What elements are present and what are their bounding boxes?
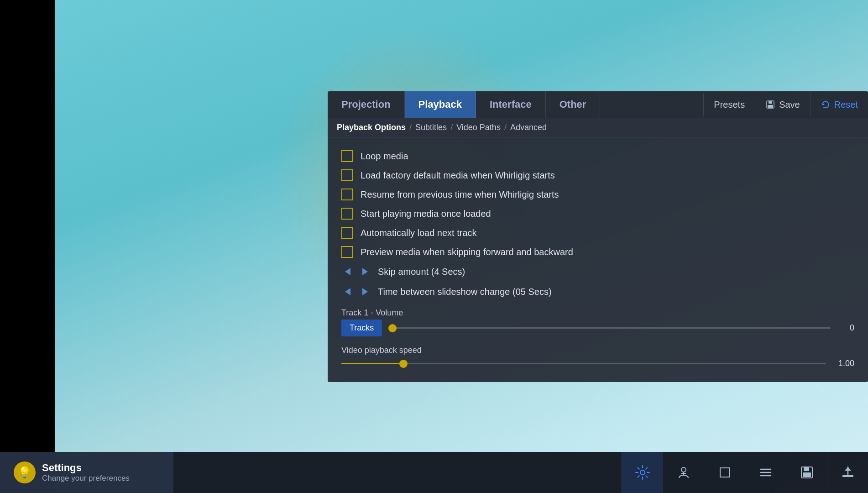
slideshow-label: Time between slideshow change (05 Secs)	[378, 287, 552, 297]
tab-playback[interactable]: Playback	[405, 91, 476, 118]
svg-marker-4	[345, 268, 350, 275]
toolbar-buttons: Presets Save Reset	[703, 91, 868, 118]
taskbar-export-button[interactable]	[827, 452, 868, 493]
reset-button[interactable]: Reset	[810, 93, 868, 116]
svg-marker-21	[845, 467, 851, 471]
speed-slider-row: 1.00	[341, 359, 854, 368]
svg-rect-19	[842, 475, 853, 477]
breadcrumb-subtitles[interactable]: Subtitles	[415, 123, 447, 132]
checkbox-resume-input[interactable]	[341, 189, 353, 200]
settings-title: Settings	[42, 462, 130, 474]
slideshow-decrement-button[interactable]	[341, 285, 354, 298]
speed-slider-fill	[341, 363, 399, 364]
person-icon	[675, 464, 692, 481]
checkbox-autoplay: Start playing media once loaded	[341, 204, 854, 223]
svg-rect-17	[804, 467, 809, 471]
slideshow-increment-button[interactable]	[359, 285, 371, 298]
checkbox-loop-input[interactable]	[341, 150, 353, 162]
taskbar-square-button[interactable]	[704, 452, 745, 493]
skip-decrement-button[interactable]	[341, 265, 354, 278]
speed-section: Video playback speed 1.00	[341, 346, 854, 368]
checkbox-autonext: Automatically load next track	[341, 223, 854, 242]
checkbox-autoplay-input[interactable]	[341, 208, 353, 220]
speed-value: 1.00	[831, 359, 854, 368]
tab-interface[interactable]: Interface	[476, 91, 546, 118]
save-button[interactable]: Save	[755, 93, 810, 116]
presets-label: Presets	[714, 100, 745, 110]
checkbox-factory-input[interactable]	[341, 169, 353, 181]
taskbar-save-button[interactable]	[786, 452, 827, 493]
gear-icon	[634, 464, 651, 481]
reset-icon	[821, 100, 831, 110]
volume-slider-track[interactable]	[388, 327, 831, 329]
volume-slider-thumb[interactable]	[388, 324, 397, 332]
checkbox-loop: Loop media	[341, 147, 854, 166]
checkbox-autonext-input[interactable]	[341, 227, 353, 239]
checkbox-autonext-label: Automatically load next track	[361, 228, 477, 238]
checkbox-resume-label: Resume from previous time when Whirligig…	[361, 189, 559, 200]
svg-rect-18	[803, 472, 811, 477]
speed-title: Video playback speed	[341, 346, 854, 355]
svg-marker-3	[822, 103, 825, 105]
svg-rect-2	[768, 105, 773, 108]
checkbox-autoplay-label: Start playing media once loaded	[361, 209, 491, 219]
svg-rect-12	[720, 468, 729, 477]
left-black-panel	[0, 0, 55, 493]
taskbar-gear-button[interactable]	[622, 452, 663, 493]
taskbar-icons	[622, 452, 868, 493]
speed-slider-track[interactable]	[341, 363, 826, 364]
checkbox-preview-label: Preview media when skipping forward and …	[361, 247, 573, 257]
svg-marker-5	[362, 268, 368, 275]
tracks-row: Tracks 0	[341, 320, 854, 336]
checkbox-factory-label: Load factory default media when Whirligi…	[361, 170, 555, 181]
settings-icon-circle: 💡	[14, 462, 36, 483]
settings-text-block: Settings Change your preferences	[42, 462, 130, 483]
menu-icon	[758, 464, 774, 481]
svg-point-9	[681, 467, 686, 472]
volume-slider-container: 0	[388, 323, 854, 333]
checkbox-factory: Load factory default media when Whirligi…	[341, 166, 854, 185]
settings-subtitle: Change your preferences	[42, 474, 130, 483]
settings-bulb-icon: 💡	[18, 466, 31, 479]
taskbar-menu-button[interactable]	[745, 452, 786, 493]
skip-increment-button[interactable]	[359, 265, 371, 278]
save-label: Save	[779, 100, 800, 110]
save-icon	[765, 100, 775, 110]
track-title: Track 1 - Volume	[341, 308, 854, 318]
breadcrumb-bar: Playback Options / Subtitles / Video Pat…	[328, 118, 868, 137]
checkbox-preview: Preview media when skipping forward and …	[341, 242, 854, 262]
presets-button[interactable]: Presets	[703, 93, 755, 116]
svg-marker-7	[362, 288, 368, 295]
breadcrumb-videopaths[interactable]: Video Paths	[456, 123, 501, 132]
checkbox-preview-input[interactable]	[341, 246, 353, 258]
skip-label: Skip amount (4 Secs)	[378, 267, 465, 277]
speed-slider-thumb[interactable]	[399, 360, 408, 368]
breadcrumb-sep-3: /	[504, 123, 507, 132]
breadcrumb-sep-1: /	[409, 123, 412, 132]
svg-marker-6	[345, 288, 350, 295]
svg-rect-1	[769, 101, 772, 104]
stepper-slideshow: Time between slideshow change (05 Secs)	[341, 282, 854, 302]
checkbox-resume: Resume from previous time when Whirligig…	[341, 185, 854, 204]
export-icon	[840, 464, 856, 481]
settings-info: 💡 Settings Change your preferences	[0, 452, 173, 493]
tab-other[interactable]: Other	[546, 91, 601, 118]
breadcrumb-advanced[interactable]: Advanced	[510, 123, 547, 132]
taskbar: 💡 Settings Change your preferences	[0, 452, 868, 493]
stepper-skip: Skip amount (4 Secs)	[341, 262, 854, 282]
square-icon	[716, 464, 733, 481]
tab-projection[interactable]: Projection	[328, 91, 405, 118]
svg-point-8	[640, 470, 645, 475]
floppy-icon	[799, 464, 815, 481]
checkbox-loop-label: Loop media	[361, 151, 408, 162]
taskbar-person-button[interactable]	[663, 452, 704, 493]
tracks-section: Track 1 - Volume Tracks 0	[341, 308, 854, 336]
volume-value: 0	[836, 323, 854, 333]
content-area: Loop media Load factory default media wh…	[328, 137, 868, 382]
breadcrumb-playback-options[interactable]: Playback Options	[337, 123, 406, 132]
breadcrumb-sep-2: /	[450, 123, 453, 132]
tab-bar: Projection Playback Interface Other Pres…	[328, 91, 868, 118]
settings-panel: Projection Playback Interface Other Pres…	[328, 91, 868, 382]
reset-label: Reset	[834, 100, 858, 110]
tracks-button[interactable]: Tracks	[341, 320, 382, 336]
